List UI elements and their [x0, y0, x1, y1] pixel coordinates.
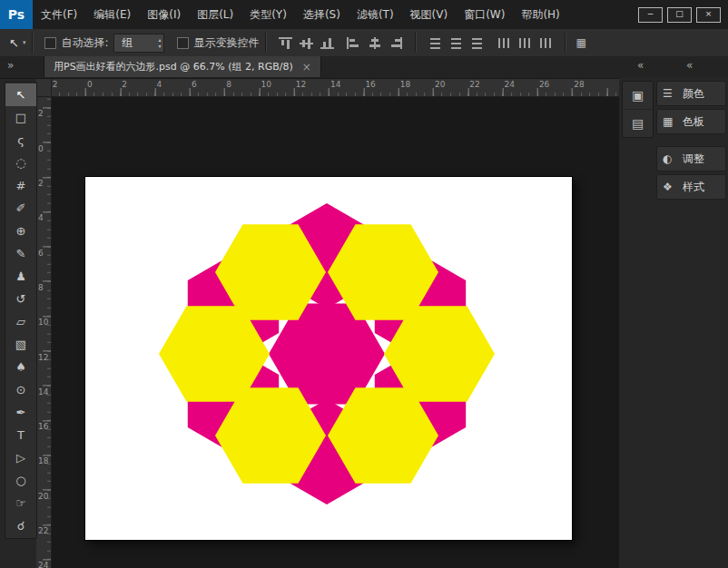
swatches-panel-button[interactable]: ▦色板	[656, 109, 726, 134]
styles-panel-button[interactable]: ❖样式	[656, 174, 726, 200]
window-controls: −□×	[638, 7, 728, 23]
hruler-label: 0	[87, 80, 93, 89]
align-horizontal-centers-icon[interactable]	[368, 37, 381, 49]
align-left-edges-icon[interactable]	[347, 37, 360, 49]
adjustments-panel-icon: ◐	[663, 152, 679, 165]
align-top-edges-icon[interactable]	[279, 37, 292, 49]
collapse-dock1-chevron-icon[interactable]: «	[637, 59, 644, 72]
clone-stamp-tool[interactable]: ♟	[5, 265, 36, 288]
tool-preset-picker[interactable]: ↖ ▾	[9, 36, 25, 50]
vruler-label: 4	[38, 213, 44, 222]
brush-tool[interactable]: ✎	[5, 242, 36, 265]
menu-item-10[interactable]: 帮助(H)	[513, 0, 567, 29]
menu-item-5[interactable]: 类型(Y)	[241, 0, 295, 29]
spinner-arrows-icon: ▴▾	[158, 36, 161, 49]
adjustments-panel-button[interactable]: ◐调整	[656, 146, 726, 171]
hruler-label: 28	[574, 80, 584, 89]
vruler-label: 10	[38, 318, 48, 327]
lasso-tool[interactable]: ς	[5, 129, 36, 152]
document-tab-bar: » 用PS画出好看的六边形.psd @ 66.7% (组 2, RGB/8) ×…	[0, 56, 728, 79]
menu-item-7[interactable]: 滤镜(T)	[349, 0, 402, 29]
move-tool[interactable]: ↖	[5, 83, 36, 106]
show-transform-checkbox[interactable]	[177, 37, 189, 49]
tab-close-icon[interactable]: ×	[302, 61, 311, 73]
shape-tool[interactable]: ○	[5, 469, 36, 492]
gradient-tool[interactable]: ▧	[5, 333, 36, 356]
vruler-label: 8	[38, 283, 44, 292]
separator	[265, 33, 266, 53]
hruler-label: 2	[122, 80, 127, 89]
swatches-panel-label: 色板	[683, 114, 704, 130]
horizontal-ruler[interactable]: 20246810121416182022242628	[36, 79, 619, 97]
menu-item-2[interactable]: 编辑(E)	[85, 0, 139, 29]
close-button[interactable]: ×	[696, 7, 721, 23]
distribute-horizontal-centers-icon[interactable]	[517, 37, 531, 49]
menu-item-3[interactable]: 图像(I)	[139, 0, 189, 29]
auto-select-mode-value: 组	[122, 35, 133, 51]
hruler-label: 10	[261, 80, 271, 89]
history-brush-tool[interactable]: ↺	[5, 288, 36, 310]
eyedropper-tool[interactable]: ✐	[5, 197, 36, 220]
expand-toolbar-chevron-icon[interactable]: »	[7, 59, 14, 72]
adjustments-panel-label: 调整	[683, 152, 704, 167]
collapsed-panel-dock: ☰颜色▦色板◐调整❖样式	[656, 81, 726, 202]
distribute-vertical-centers-icon[interactable]	[449, 37, 463, 49]
collapse-dock2-chevron-icon[interactable]: «	[686, 59, 693, 72]
align-horizontal-group	[343, 37, 406, 49]
distribute-bottom-edges-icon[interactable]	[470, 37, 484, 49]
pen-tool[interactable]: ✒	[5, 401, 36, 424]
quick-selection-tool[interactable]: ◌	[5, 152, 36, 174]
hruler-label: 12	[296, 80, 306, 89]
hand-tool[interactable]: ☞	[5, 492, 36, 514]
menu-item-4[interactable]: 图层(L)	[189, 0, 241, 29]
align-right-edges-icon[interactable]	[389, 37, 402, 49]
hruler-label: 4	[157, 80, 162, 89]
eraser-tool[interactable]: ▱	[5, 310, 36, 333]
crop-tool[interactable]: #	[5, 174, 36, 197]
photoshop-window: { "theme": { "magenta": "#e6007e", "yell…	[0, 0, 728, 568]
vruler-label: 14	[38, 387, 48, 397]
menu-item-8[interactable]: 视图(V)	[402, 0, 457, 29]
distribute-left-edges-icon[interactable]	[497, 37, 510, 49]
hexagon-artwork	[85, 177, 572, 540]
maximize-button[interactable]: □	[667, 7, 692, 23]
hruler-label: 8	[226, 80, 231, 89]
auto-select-mode-dropdown[interactable]: 组 ▴▾	[113, 34, 164, 53]
color-panel-button[interactable]: ☰颜色	[656, 81, 726, 106]
vruler-label: 0	[38, 144, 44, 153]
ruler-origin-corner[interactable]	[36, 79, 52, 97]
vertical-ruler[interactable]: 2024681012141618202224	[36, 96, 52, 568]
align-vertical-centers-icon[interactable]	[300, 37, 313, 49]
distribute-vertical-group	[425, 37, 487, 49]
vruler-label: 6	[38, 249, 44, 258]
auto-select-checkbox[interactable]	[44, 37, 56, 49]
menu-item-6[interactable]: 选择(S)	[295, 0, 349, 29]
hruler-label: 6	[192, 80, 197, 89]
separator	[32, 33, 33, 53]
blur-tool[interactable]: ♠	[5, 356, 36, 378]
align-bottom-edges-icon[interactable]	[320, 37, 334, 49]
path-selection-tool[interactable]: ▷	[5, 446, 36, 469]
marquee-tool[interactable]: □	[5, 106, 36, 129]
show-transform-label: 显示变换控件	[193, 35, 259, 51]
healing-brush-tool[interactable]: ⊕	[5, 220, 36, 242]
auto-align-layers-icon[interactable]: ▦	[576, 36, 585, 49]
minimize-button[interactable]: −	[638, 7, 663, 23]
vruler-label: 2	[38, 179, 44, 188]
dodge-tool[interactable]: ⊙	[5, 378, 36, 401]
properties-panel-button[interactable]: ▤	[623, 110, 653, 137]
distribute-right-edges-icon[interactable]	[538, 37, 552, 49]
distribute-top-edges-icon[interactable]	[428, 37, 442, 49]
styles-panel-label: 样式	[683, 180, 704, 195]
hruler-label: 16	[365, 80, 375, 89]
document-tab[interactable]: 用PS画出好看的六边形.psd @ 66.7% (组 2, RGB/8) ×	[44, 56, 321, 77]
zoom-tool[interactable]: ☌	[5, 514, 36, 537]
menu-item-1[interactable]: 文件(F)	[33, 0, 85, 29]
canvas-workspace[interactable]	[51, 96, 619, 568]
menu-item-9[interactable]: 窗口(W)	[456, 0, 513, 29]
artboard[interactable]	[85, 177, 572, 540]
auto-select-label: 自动选择:	[61, 35, 108, 51]
history-panel-button[interactable]: ▣	[623, 82, 653, 110]
align-vertical-group	[275, 37, 338, 49]
type-tool[interactable]: T	[5, 424, 36, 446]
